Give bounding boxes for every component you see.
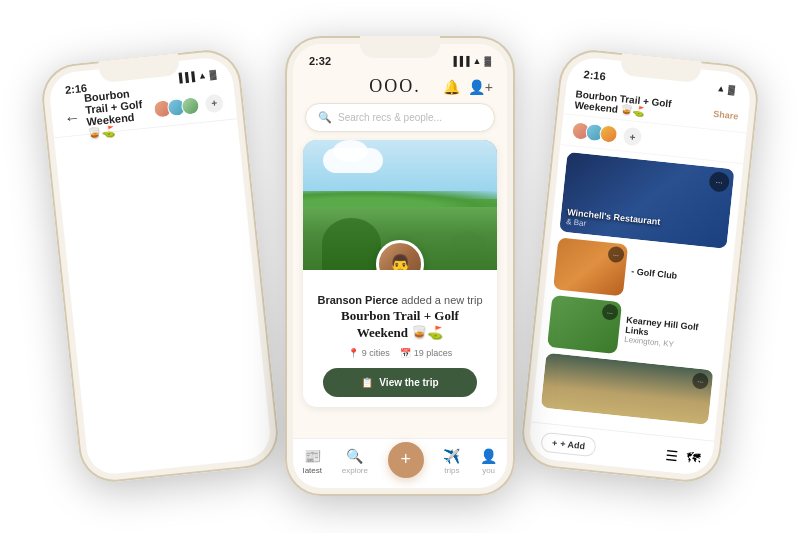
poster-name-strong: Branson Pierce	[317, 294, 398, 306]
location-icon: 📍	[348, 348, 359, 358]
tree-2	[449, 231, 488, 270]
tab-trips-label: trips	[444, 466, 459, 475]
card-image: 👨	[303, 140, 497, 270]
right-time: 2:16	[583, 68, 606, 82]
add-person-button[interactable]: +	[204, 93, 224, 113]
place-image-4: ···	[541, 353, 714, 425]
battery-icon-c: ▓	[484, 56, 491, 66]
poster-action: added a new trip	[401, 294, 482, 306]
place-info-3: Kearney Hill GolfLinks Lexington, KY	[624, 314, 699, 350]
places-count: 19 places	[414, 348, 453, 358]
left-phone: 2:16 ▐▐▐ ▲ ▓ ← Bourbon Trail + Golf Week…	[39, 47, 282, 486]
more-btn-1[interactable]: ···	[708, 171, 730, 193]
add-icon: +	[552, 437, 558, 447]
right-bottom-bar: + + Add ☰ 🗺	[527, 421, 714, 476]
left-time: 2:16	[64, 82, 87, 96]
battery-icon-r: ▓	[728, 84, 736, 95]
tab-you[interactable]: 👤 you	[480, 448, 497, 475]
right-add-person[interactable]: +	[623, 127, 643, 147]
scene: 2:16 ▐▐▐ ▲ ▓ ← Bourbon Trail + Golf Week…	[0, 0, 800, 533]
right-status-icons: ▲ ▓	[716, 83, 735, 95]
place-image-3: ···	[547, 295, 622, 354]
center-phone-screen: 2:32 ▐▐▐ ▲ ▓ OOO. 🔔 👤+ 🔍 Search recs	[293, 44, 507, 488]
place-item-1[interactable]: ··· Winchell's Restaurant & Bar	[559, 152, 734, 249]
header-icons: 🔔 👤+	[443, 79, 493, 95]
right-avatars	[571, 121, 619, 144]
search-bar[interactable]: 🔍 Search recs & people...	[305, 103, 495, 132]
center-time: 2:32	[309, 55, 331, 67]
app-logo: OOO.	[369, 76, 421, 97]
place-image-2: ···	[553, 237, 628, 296]
cities-count: 9 cities	[362, 348, 390, 358]
center-status-icons: ▐▐▐ ▲ ▓	[450, 56, 491, 66]
view-trip-label: View the trip	[379, 377, 438, 388]
cloud	[323, 148, 383, 173]
calendar-icon: 📅	[400, 348, 411, 358]
tab-latest[interactable]: 📰 latest	[303, 448, 322, 475]
feed-card: 👨 Branson Pierce added a new trip Bourbo…	[303, 140, 497, 407]
wifi-icon-c: ▲	[473, 56, 482, 66]
map-icon[interactable]: 🗺	[686, 448, 702, 465]
notification-icon[interactable]: 🔔	[443, 79, 460, 95]
trip-title: Bourbon Trail + Golf Weekend 🥃⛳	[315, 308, 485, 342]
tab-latest-label: latest	[303, 466, 322, 475]
search-placeholder: Search recs & people...	[338, 112, 442, 123]
add-label: + Add	[560, 438, 586, 451]
wifi-icon: ▲	[197, 70, 207, 81]
map-pin-5[interactable]: ✓	[164, 125, 184, 138]
more-btn-2[interactable]: ···	[607, 246, 625, 264]
fab-add-button[interactable]: +	[388, 442, 424, 478]
place-name-text-2: - Golf Club	[631, 266, 678, 281]
center-phone: 2:32 ▐▐▐ ▲ ▓ OOO. 🔔 👤+ 🔍 Search recs	[285, 36, 515, 496]
place-item-3: ··· Kearney Hill GolfLinks Lexington, KY	[547, 295, 720, 364]
avatar-face: 👨	[379, 243, 421, 270]
right-avatar-3	[599, 124, 619, 144]
tree-1	[322, 218, 380, 270]
add-button[interactable]: + + Add	[540, 431, 597, 457]
cities-meta: 📍 9 cities	[348, 348, 390, 358]
card-content: Branson Pierce added a new trip Bourbon …	[303, 270, 497, 407]
tab-bar: 📰 latest 🔍 explore + ✈️ trips 👤 you	[293, 438, 507, 488]
search-icon: 🔍	[318, 111, 332, 124]
trips-icon: ✈️	[443, 448, 460, 464]
you-icon: 👤	[480, 448, 497, 464]
share-button[interactable]: Share	[713, 109, 739, 122]
latest-icon: 📰	[304, 448, 321, 464]
tab-explore-label: explore	[342, 466, 368, 475]
more-btn-3[interactable]: ···	[601, 303, 619, 321]
view-trip-button[interactable]: 📋 View the trip	[323, 368, 477, 397]
explore-icon: 🔍	[346, 448, 363, 464]
place-item-4: ···	[541, 353, 714, 425]
left-phone-screen: 2:16 ▐▐▐ ▲ ▓ ← Bourbon Trail + Golf Week…	[47, 55, 272, 476]
trip-meta: 📍 9 cities 📅 19 places	[315, 348, 485, 358]
left-nav-icons: +	[153, 93, 224, 118]
center-header: OOO. 🔔 👤+	[293, 72, 507, 103]
places-meta: 📅 19 places	[400, 348, 453, 358]
back-button[interactable]: ←	[63, 108, 81, 128]
wifi-icon-r: ▲	[716, 83, 726, 94]
avatar-3	[180, 96, 200, 116]
right-places-list: ··· Winchell's Restaurant & Bar ···	[532, 145, 743, 432]
right-phone: 2:16 ▲ ▓ Bourbon Trail + Golf Weekend 🥃⛳…	[519, 47, 762, 486]
list-icon[interactable]: ☰	[665, 446, 680, 463]
more-btn-4[interactable]: ···	[692, 372, 710, 390]
right-phone-screen: 2:16 ▲ ▓ Bourbon Trail + Golf Weekend 🥃⛳…	[527, 55, 752, 476]
tab-explore[interactable]: 🔍 explore	[342, 448, 368, 475]
map-pin-4[interactable]: ✓	[179, 123, 199, 138]
place-item-2: ··· - Golf Club	[553, 237, 726, 306]
trip-btn-icon: 📋	[361, 377, 373, 388]
person-plus-icon[interactable]: 👤+	[468, 79, 493, 95]
avatar-group	[153, 96, 201, 119]
signal-icon: ▐▐▐	[175, 71, 195, 83]
center-status-bar: 2:32 ▐▐▐ ▲ ▓	[293, 44, 507, 72]
battery-icon: ▓	[209, 69, 217, 80]
signal-icon-c: ▐▐▐	[450, 56, 469, 66]
poster-name: Branson Pierce added a new trip	[315, 294, 485, 306]
view-toggle: ☰ 🗺	[665, 446, 701, 466]
tab-trips[interactable]: ✈️ trips	[443, 448, 460, 475]
left-status-icons: ▐▐▐ ▲ ▓	[175, 69, 216, 83]
tab-you-label: you	[482, 466, 495, 475]
place-info-2: - Golf Club	[631, 266, 678, 281]
